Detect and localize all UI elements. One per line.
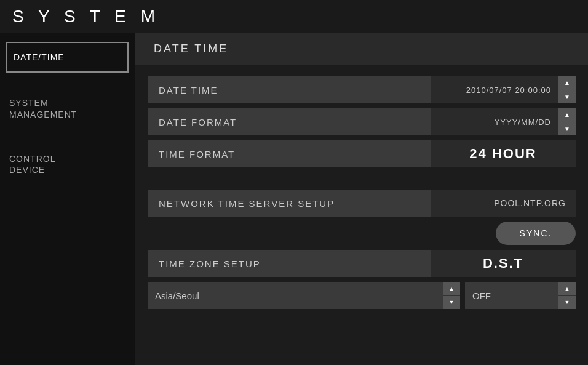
date-format-label: DATE FORMAT	[148, 108, 431, 135]
tz-label: TIME ZONE SETUP	[148, 250, 431, 277]
sidebar-item-control-device[interactable]: CONTROL DEVICE	[0, 131, 135, 187]
title-text: S Y S T E M	[12, 7, 160, 26]
timezone-up-icon[interactable]: ▲	[443, 282, 460, 296]
tz-row: TIME ZONE SETUP D.S.T	[148, 250, 576, 277]
date-format-spinner: YYYY/MM/DD ▲ ▼	[431, 108, 576, 135]
sidebar: DATE/TIME SYSTEM MANAGEMENT CONTROL DEVI…	[0, 33, 135, 365]
dst-dropdown[interactable]: OFF ▲ ▼	[465, 282, 576, 309]
date-time-spinner-buttons: ▲ ▼	[558, 76, 576, 103]
time-format-label: TIME FORMAT	[148, 140, 431, 167]
sidebar-item-system-management[interactable]: SYSTEM MANAGEMENT	[0, 75, 135, 131]
date-time-label: DATE TIME	[148, 76, 431, 103]
date-format-up-button[interactable]: ▲	[558, 108, 576, 122]
date-format-value: YYYY/MM/DD	[431, 118, 558, 127]
nts-value: POOL.NTP.ORG	[431, 190, 576, 217]
date-time-row: DATE TIME 2010/07/07 20:00:00 ▲ ▼	[148, 76, 576, 103]
timezone-dropdown[interactable]: Asia/Seoul ▲ ▼	[148, 282, 460, 309]
settings-area: DATE TIME 2010/07/07 20:00:00 ▲ ▼ DATE F…	[135, 65, 588, 320]
date-time-up-button[interactable]: ▲	[558, 76, 576, 90]
timezone-dst-row: Asia/Seoul ▲ ▼ OFF ▲ ▼	[148, 282, 576, 309]
section-header: DATE TIME	[135, 33, 588, 65]
timezone-arrows: ▲ ▼	[443, 282, 460, 309]
date-format-spinner-buttons: ▲ ▼	[558, 108, 576, 135]
date-format-row: DATE FORMAT YYYY/MM/DD ▲ ▼	[148, 108, 576, 135]
time-format-row: TIME FORMAT 24 HOUR	[148, 140, 576, 167]
date-format-down-button[interactable]: ▼	[558, 122, 576, 136]
timezone-down-icon[interactable]: ▼	[443, 296, 460, 310]
tz-dst-value: D.S.T	[431, 250, 576, 277]
date-time-value: 2010/07/07 20:00:00	[431, 86, 558, 95]
dst-up-icon[interactable]: ▲	[558, 282, 576, 296]
date-time-spinner: 2010/07/07 20:00:00 ▲ ▼	[431, 76, 576, 103]
spacer-1	[148, 172, 576, 185]
sidebar-item-date-time[interactable]: DATE/TIME	[6, 42, 129, 73]
nts-row: NETWORK TIME SERVER SETUP POOL.NTP.ORG	[148, 190, 576, 217]
sync-button[interactable]: SYNC.	[496, 222, 576, 245]
sync-row: SYNC.	[148, 222, 576, 245]
app-title: S Y S T E M	[0, 0, 588, 33]
date-time-down-button[interactable]: ▼	[558, 90, 576, 104]
time-format-value: 24 HOUR	[431, 140, 576, 167]
content-area: DATE TIME DATE TIME 2010/07/07 20:00:00 …	[135, 33, 588, 365]
dst-arrows: ▲ ▼	[558, 282, 576, 309]
dst-down-icon[interactable]: ▼	[558, 296, 576, 310]
nts-label: NETWORK TIME SERVER SETUP	[148, 190, 431, 217]
